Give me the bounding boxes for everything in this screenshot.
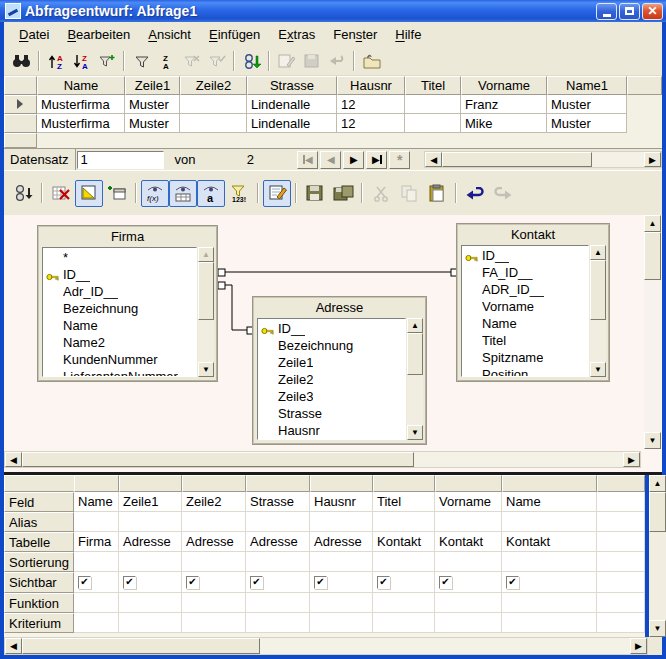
tabelle-cell[interactable]: Kontakt [502, 532, 597, 552]
autofilter-button[interactable] [94, 49, 119, 73]
sichtbar-cell[interactable] [310, 572, 373, 593]
feld-cell[interactable]: Zeile1 [119, 492, 182, 512]
previous-record-button[interactable]: ◀ [320, 151, 341, 169]
scroll-down-icon[interactable]: ▼ [649, 620, 666, 637]
sichtbar-cell[interactable] [119, 572, 182, 593]
menu-fenster[interactable]: Fenster [324, 24, 386, 45]
table-field[interactable]: Vorname [462, 298, 588, 315]
run-query-button[interactable] [9, 180, 37, 207]
scroll-track[interactable] [590, 320, 606, 362]
query-design-pane[interactable]: Firma *ID__Adr_ID__BezeichnungNameName2K… [4, 215, 662, 472]
feld-cell[interactable]: Strasse [246, 492, 310, 512]
maximize-button[interactable] [619, 3, 640, 20]
table-field[interactable]: Name [462, 315, 588, 332]
feld-cell[interactable]: Titel [373, 492, 435, 512]
menu-bearbeiten[interactable]: Bearbeiten [58, 24, 139, 45]
grid-cell[interactable]: Franz [461, 95, 547, 114]
table-field[interactable]: Hausnr [258, 422, 405, 439]
grid-cell[interactable]: 12 [337, 95, 405, 114]
close-button[interactable]: ✕ [642, 3, 663, 20]
table-window-adresse[interactable]: Adresse ID__BezeichnungZeile1Zeile2Zeile… [252, 296, 427, 445]
visible-checkbox[interactable] [78, 576, 91, 589]
save-as-button[interactable] [329, 180, 357, 207]
table-title[interactable]: Adresse [253, 297, 426, 317]
scroll-down-icon[interactable]: ▼ [407, 425, 423, 440]
scroll-thumb[interactable] [198, 262, 214, 320]
sortierung-cell[interactable] [310, 552, 373, 572]
relation-connector[interactable] [218, 269, 225, 276]
tabelle-cell[interactable]: Adresse [119, 532, 182, 552]
criteria-vertical-scrollbar[interactable]: ▲ ▼ [649, 475, 666, 637]
save-button[interactable] [301, 180, 329, 207]
kriterium-cell[interactable] [182, 613, 246, 633]
funktion-cell[interactable] [597, 593, 645, 613]
table-field[interactable]: Position [462, 366, 588, 377]
menu-hilfe[interactable]: Hilfe [386, 24, 430, 45]
sortierung-cell[interactable] [246, 552, 310, 572]
sortierung-cell[interactable] [502, 552, 597, 572]
add-table-button[interactable] [103, 180, 131, 207]
table-field[interactable]: Strasse [258, 405, 405, 422]
funktion-cell[interactable] [502, 593, 597, 613]
scroll-right-icon[interactable]: ▶ [644, 152, 661, 167]
grid-horizontal-scrollbar[interactable]: ◀ ▶ [424, 151, 662, 168]
table-title[interactable]: Firma [38, 226, 217, 246]
feld-cell[interactable]: Hausnr [310, 492, 373, 512]
scroll-down-icon[interactable]: ▼ [644, 432, 661, 449]
visible-checkbox[interactable] [123, 576, 136, 589]
scroll-up-icon[interactable]: ▲ [407, 318, 423, 333]
feld-cell[interactable]: Vorname [435, 492, 502, 512]
scroll-up-icon[interactable]: ▲ [198, 247, 214, 262]
standard-filter-button[interactable] [129, 49, 154, 73]
alias-toggle-button[interactable]: a [197, 180, 225, 207]
design-vertical-scrollbar[interactable]: ▲ ▼ [644, 215, 661, 449]
grid-cell[interactable]: 12 [337, 114, 405, 133]
alias-cell[interactable] [597, 512, 645, 532]
menu-ansicht[interactable]: Ansicht [139, 24, 200, 45]
explorer-toggle-button[interactable] [359, 49, 384, 73]
feld-cell[interactable] [597, 492, 645, 512]
scroll-down-icon[interactable]: ▼ [198, 362, 214, 377]
table-scrollbar[interactable]: ▲ ▼ [198, 247, 214, 377]
feld-cell[interactable]: Name [502, 492, 597, 512]
new-record-button[interactable]: * [389, 151, 410, 169]
scroll-left-icon[interactable]: ◀ [5, 452, 22, 467]
table-field[interactable]: Postfach [258, 439, 405, 440]
alias-cell[interactable] [119, 512, 182, 532]
alias-cell[interactable] [246, 512, 310, 532]
menu-datei[interactable]: Datei [10, 24, 58, 45]
minimize-button[interactable] [596, 3, 617, 20]
copy-button[interactable] [395, 180, 423, 207]
tabelle-cell[interactable]: Kontakt [373, 532, 435, 552]
kriterium-cell[interactable] [435, 613, 502, 633]
table-field[interactable]: ID__ [258, 320, 405, 337]
find-record-button[interactable] [9, 49, 34, 73]
grid-cell[interactable] [180, 95, 247, 114]
scroll-thumb[interactable] [590, 260, 606, 320]
column-header[interactable]: Zeile2 [180, 76, 247, 95]
alias-cell[interactable] [435, 512, 502, 532]
kriterium-cell[interactable] [74, 613, 119, 633]
alias-cell[interactable] [373, 512, 435, 532]
scroll-track[interactable] [649, 532, 666, 620]
table-field[interactable]: Adr_ID__ [43, 283, 196, 300]
funktion-cell[interactable] [246, 593, 310, 613]
table-field[interactable]: Name [43, 317, 196, 334]
table-field[interactable]: Zeile2 [258, 371, 405, 388]
criteria-column-header[interactable] [74, 475, 119, 492]
scroll-thumb[interactable] [22, 638, 260, 654]
scroll-thumb[interactable] [407, 333, 423, 375]
table-field[interactable]: Titel [462, 332, 588, 349]
last-record-button[interactable]: ▶ [366, 151, 387, 169]
criteria-column-header[interactable] [373, 475, 435, 492]
refresh-data-button[interactable] [239, 49, 264, 73]
table-scrollbar[interactable]: ▲ ▼ [407, 318, 423, 440]
sortierung-cell[interactable] [182, 552, 246, 572]
column-header[interactable]: Titel [405, 76, 461, 95]
remove-filter-button[interactable] [179, 49, 204, 73]
next-record-button[interactable]: ▶ [343, 151, 364, 169]
edit-data-button[interactable] [274, 49, 299, 73]
sort-descending-button[interactable]: Z A [69, 49, 94, 73]
record-number-input[interactable]: 1 [77, 151, 165, 169]
grid-cell[interactable] [405, 95, 461, 114]
